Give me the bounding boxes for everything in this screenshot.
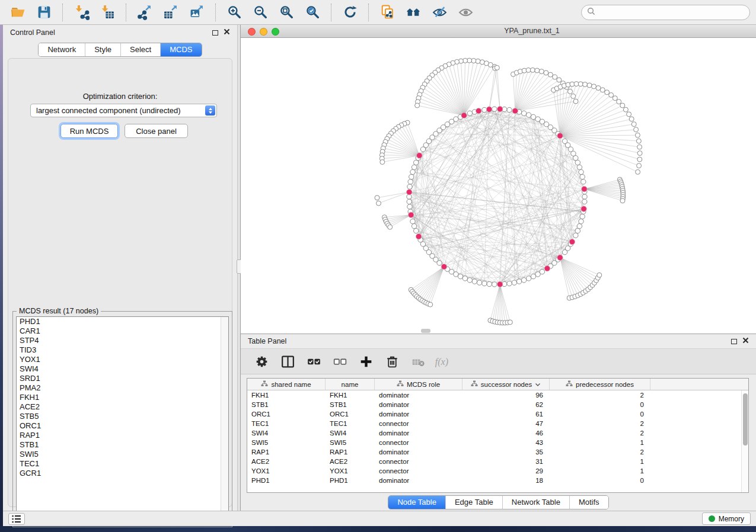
mcds-result-item[interactable]: STP4 (17, 336, 228, 345)
table-cell[interactable]: RAP1 (326, 447, 375, 457)
column-header-name[interactable]: name (326, 379, 375, 390)
mcds-hub-node[interactable] (417, 153, 423, 159)
criterion-dropdown[interactable]: largest connected component (undirected) (30, 104, 217, 117)
memory-button[interactable]: Memory (702, 512, 751, 525)
table-cell[interactable]: connector (375, 438, 462, 447)
table-cell[interactable]: ACE2 (326, 457, 375, 466)
mcds-hub-node[interactable] (476, 108, 481, 114)
network-node[interactable] (407, 199, 412, 204)
table-row[interactable]: ORC1ORC1dominator610 (247, 409, 748, 419)
network-node[interactable] (412, 224, 416, 229)
mcds-result-item[interactable]: FKH1 (17, 393, 228, 402)
satellite-node[interactable] (634, 127, 639, 132)
satellite-node[interactable] (571, 94, 576, 98)
network-node[interactable] (522, 278, 527, 283)
mcds-result-item[interactable]: PHD1 (17, 317, 228, 326)
import-network-icon[interactable] (69, 2, 93, 23)
table-cell[interactable]: 0 (550, 400, 650, 409)
network-node[interactable] (492, 282, 497, 287)
satellite-node[interactable] (568, 89, 573, 94)
table-row[interactable]: SWI5SWI5connector431 (247, 438, 748, 447)
mcds-hub-node[interactable] (441, 264, 447, 270)
satellite-node[interactable] (530, 68, 535, 72)
network-node[interactable] (580, 214, 585, 219)
delete-column-icon[interactable] (382, 352, 402, 371)
table-cell[interactable]: ACE2 (247, 457, 326, 466)
table-cell[interactable]: connector (375, 457, 462, 466)
table-cell[interactable]: 1 (550, 466, 650, 476)
network-node[interactable] (409, 174, 414, 179)
table-row[interactable]: YOX1YOX1connector291 (247, 466, 748, 476)
mcds-list-scrollbar[interactable] (221, 317, 228, 523)
table-row[interactable]: PHD1PHD1dominator180 (247, 476, 748, 485)
close-window-icon[interactable] (248, 28, 256, 36)
zoom-fit-icon[interactable] (275, 2, 298, 23)
table-row[interactable]: TEC1TEC1connector472 (247, 419, 748, 428)
satellite-node[interactable] (600, 88, 605, 92)
mcds-result-item[interactable]: TEC1 (17, 459, 228, 469)
network-node[interactable] (527, 276, 531, 281)
table-cell[interactable]: dominator (375, 476, 462, 485)
column-header-predecessor-nodes[interactable]: predecessor nodes (550, 379, 650, 390)
table-cell[interactable]: dominator (375, 400, 462, 409)
satellite-node[interactable] (495, 65, 499, 70)
network-node[interactable] (573, 156, 578, 161)
mcds-result-item[interactable]: ACE2 (17, 402, 228, 412)
mcds-hub-node[interactable] (497, 281, 503, 287)
satellite-node[interactable] (627, 112, 631, 117)
table-row[interactable]: FKH1FKH1dominator962 (247, 390, 748, 400)
export-table-icon[interactable] (159, 2, 183, 23)
zoom-in-icon[interactable] (222, 2, 246, 23)
network-node[interactable] (437, 261, 442, 265)
table-cell[interactable]: FKH1 (326, 390, 375, 400)
table-cell[interactable]: ORC1 (247, 409, 326, 419)
network-node[interactable] (507, 281, 512, 286)
mcds-result-item[interactable]: SWI5 (17, 450, 228, 459)
satellite-node[interactable] (548, 72, 553, 77)
zoom-out-icon[interactable] (248, 2, 272, 23)
column-header-MCDS-role[interactable]: MCDS role (375, 379, 462, 390)
table-cell[interactable]: 61 (462, 409, 550, 419)
search-input[interactable] (599, 8, 744, 17)
table-row[interactable]: SWI4SWI4dominator462 (247, 428, 748, 438)
table-cell[interactable]: dominator (375, 428, 462, 438)
network-node[interactable] (531, 114, 535, 119)
network-node[interactable] (580, 174, 585, 179)
network-node[interactable] (414, 160, 419, 165)
network-node[interactable] (407, 204, 412, 209)
network-node[interactable] (531, 274, 535, 278)
network-node[interactable] (579, 169, 583, 174)
table-cell[interactable]: STB1 (326, 400, 375, 409)
table-cell[interactable]: dominator (375, 409, 462, 419)
mcds-hub-node[interactable] (486, 107, 492, 113)
table-cell[interactable]: 18 (462, 476, 550, 485)
tab-edge-table[interactable]: Edge Table (445, 496, 502, 509)
table-cell[interactable]: STB1 (247, 400, 326, 409)
network-node[interactable] (579, 219, 583, 224)
table-cell[interactable]: 31 (462, 457, 550, 466)
mcds-hub-node[interactable] (569, 239, 575, 245)
show-all-icon[interactable] (454, 2, 477, 23)
network-node[interactable] (467, 278, 472, 283)
tab-select[interactable]: Select (120, 43, 160, 56)
select-all-rows-icon[interactable] (304, 352, 324, 371)
export-network-icon[interactable] (133, 2, 157, 23)
network-node[interactable] (577, 224, 582, 229)
network-node[interactable] (582, 194, 587, 199)
maximize-window-icon[interactable] (272, 28, 279, 36)
table-cell[interactable]: YOX1 (326, 466, 375, 476)
mcds-hub-node[interactable] (406, 190, 412, 196)
satellite-node[interactable] (605, 90, 610, 95)
mcds-hub-node[interactable] (557, 133, 563, 139)
satellite-node[interactable] (637, 164, 642, 168)
table-cell[interactable]: 1 (550, 438, 650, 447)
mcds-hub-node[interactable] (582, 186, 588, 192)
save-session-icon[interactable] (32, 2, 56, 23)
network-node[interactable] (562, 139, 567, 143)
network-node[interactable] (477, 280, 481, 285)
network-node[interactable] (414, 228, 419, 233)
table-cell[interactable]: 2 (550, 428, 650, 438)
table-cell[interactable]: 47 (462, 419, 550, 428)
task-history-button[interactable] (8, 513, 25, 525)
mcds-hub-node[interactable] (544, 265, 550, 271)
